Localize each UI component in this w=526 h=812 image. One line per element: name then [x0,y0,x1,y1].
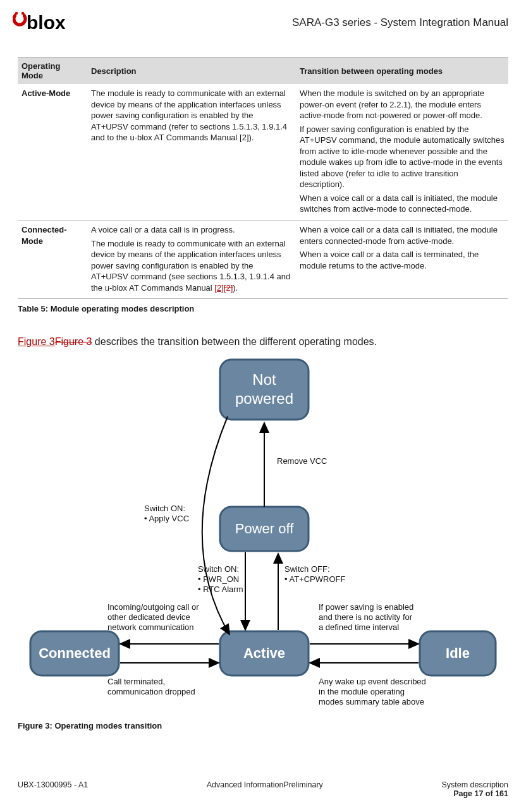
svg-text:If power saving is enabled: If power saving is enabled [319,602,413,612]
para: The module is ready to communicate with … [91,238,292,294]
mode-cell: Active-Mode [18,84,87,221]
svg-text:communication dropped: communication dropped [107,687,195,696]
state-diagram: Not powered Power off Connected Active I… [18,353,508,716]
svg-text:Power off: Power off [235,521,294,536]
ref-link-strike: [2] [224,283,233,293]
svg-text:•  PWR_ON: • PWR_ON [198,574,239,584]
col-trans: Transition between operating modes [296,58,508,85]
svg-text:Switch ON:: Switch ON: [198,564,239,574]
footer-right: System description [441,780,508,789]
svg-text:Idle: Idle [446,645,470,661]
svg-text:Not: Not [252,371,276,388]
figure-caption: Figure 3: Operating modes transition [18,721,508,730]
svg-text:a defined time interval: a defined time interval [319,622,399,632]
svg-text:Any wake up event described: Any wake up event described [319,677,426,686]
para: A voice call or a data call is in progre… [91,224,292,236]
para: When a voice call or a data call is term… [300,249,505,271]
svg-text:•  RTC Alarm: • RTC Alarm [198,585,243,594]
svg-text:Connected: Connected [39,645,111,661]
page-number: Page 17 of 161 [18,789,508,798]
body-sentence: Figure 3Figure 3 describes the transitio… [18,335,508,349]
svg-text:network communication: network communication [107,622,194,632]
document-title: SARA-G3 series - System Integration Manu… [292,11,508,29]
trans-cell: When the module is switched on by an app… [296,84,508,221]
desc-cell: The module is ready to communicate with … [87,84,296,221]
footer-left: UBX-13000995 - A1 [18,780,88,789]
col-mode: Operating Mode [18,58,87,85]
trans-cell: When a voice call or a data call is init… [296,221,508,299]
modes-table: Operating Mode Description Transition be… [18,57,508,299]
logo: blox [13,11,82,40]
figure-ref-strike: Figure 3 [55,336,92,347]
svg-text:Switch OFF:: Switch OFF: [284,564,330,574]
desc-cell: A voice call or a data call is in progre… [87,221,296,299]
para: If power saving configuration is enabled… [300,124,505,190]
mode-cell: Connected-Mode [18,221,87,299]
logo-text: blox [27,12,66,33]
svg-text:Incoming/outgoing call or: Incoming/outgoing call or [107,602,199,612]
svg-text:•  AT+CPWROFF: • AT+CPWROFF [284,574,345,584]
table-caption: Table 5: Module operating modes descript… [18,304,508,313]
para: When a voice call or a data call is init… [300,193,505,215]
text: The module is ready to communicate with … [91,239,290,293]
text: describes the transition between the dif… [92,336,377,347]
svg-text:other dedicated device: other dedicated device [107,612,190,622]
svg-text:and there is no activity for: and there is no activity for [319,612,413,622]
figure-ref[interactable]: Figure 3 [18,336,55,347]
svg-text:Remove VCC: Remove VCC [277,456,327,466]
svg-text:Active: Active [243,645,285,661]
table-row: Connected-Mode A voice call or a data ca… [18,221,508,299]
svg-text:modes summary table above: modes summary table above [319,697,424,706]
footer-center: Advanced InformationPreliminary [207,780,323,789]
ref-link[interactable]: [2] [214,283,223,293]
col-desc: Description [87,58,296,85]
page-footer: UBX-13000995 - A1 Advanced InformationPr… [18,780,508,798]
svg-text:powered: powered [235,390,293,407]
svg-text:•  Apply VCC: • Apply VCC [144,514,189,523]
svg-point-3 [21,12,24,15]
svg-text:Call terminated,: Call terminated, [107,677,165,686]
para: When the module is switched on by an app… [300,88,505,121]
svg-text:in the module operating: in the module operating [319,687,405,696]
text: ). [233,283,238,293]
svg-point-2 [15,12,18,15]
svg-text:Switch ON:: Switch ON: [144,504,185,513]
para: When a voice call or a data call is init… [300,224,505,246]
table-row: Active-Mode The module is ready to commu… [18,84,508,221]
